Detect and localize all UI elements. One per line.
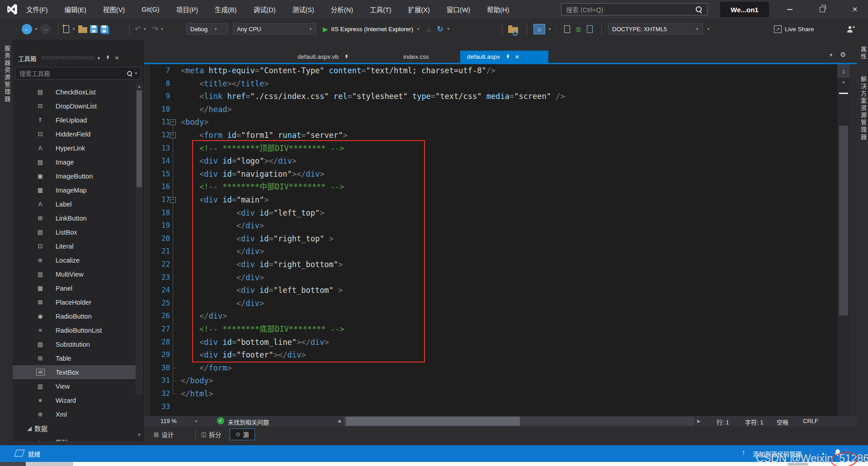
menu-item-0[interactable]: 文件(F) (26, 5, 48, 14)
comment-out-icon[interactable] (587, 25, 593, 33)
undo-button[interactable]: ↶ (135, 24, 141, 34)
toolbox-item-checkboxlist[interactable]: ▤CheckBoxList (13, 85, 136, 99)
close-button[interactable]: ✕ (844, 0, 865, 19)
toolbar-drag-handle[interactable]: ⁞ (15, 27, 17, 32)
menu-item-7[interactable]: 测试(S) (292, 5, 314, 14)
navigate-back-caret-icon[interactable]: ▼ (34, 27, 38, 31)
toolbox-item-radiobutton[interactable]: ◉RadioButton (13, 309, 136, 323)
toolbox-scroll-down-icon[interactable]: ▼ (136, 433, 143, 437)
fold-collapse-icon[interactable]: − (170, 119, 176, 125)
start-debug-button[interactable]: IIS Express (Internet Explorer) (331, 26, 414, 33)
push-up-arrow-icon[interactable]: ↑ (742, 448, 745, 456)
editor-scrollbar-thumb[interactable] (839, 126, 848, 315)
code-line-8[interactable]: 8 <title></title> (144, 77, 837, 90)
editor-settings-gear-icon[interactable]: ⚙ (840, 51, 846, 59)
open-file-button[interactable] (78, 27, 87, 33)
horizontal-scrollbar[interactable] (344, 417, 694, 426)
redo-caret-icon[interactable]: ▼ (160, 27, 164, 31)
document-health-check-icon[interactable]: ✓ (217, 417, 224, 424)
tab-default-aspx-active[interactable]: default.aspx ✕ (460, 51, 548, 63)
tab-pin-icon[interactable] (505, 54, 510, 59)
code-line-11[interactable]: 11−<body> (144, 116, 837, 129)
menu-item-1[interactable]: 编辑(E) (65, 5, 86, 14)
split-view-button[interactable]: ◫ 拆分 (201, 430, 221, 439)
fold-collapse-icon[interactable]: − (170, 132, 176, 138)
editor-splitter-handle[interactable]: ↕ (837, 64, 850, 78)
tab-default-aspx-vb[interactable]: default.aspx.vb (291, 51, 381, 63)
restore-button[interactable] (812, 0, 833, 19)
code-line-30[interactable]: 30 </form> (144, 362, 837, 375)
toolbox-search-input[interactable]: 搜索工具箱 ▼ (15, 67, 141, 80)
toolbox-scrollbar[interactable]: ▲ (136, 83, 143, 395)
toolbox-item-label[interactable]: ALabel (13, 197, 136, 211)
solution-configuration-dropdown[interactable]: Debug▼ (186, 23, 228, 35)
code-line-32[interactable]: 32</html> (144, 387, 837, 400)
tab-pin-icon[interactable] (344, 54, 349, 59)
code-line-9[interactable]: 9 <link href="./css/index.css" rel="styl… (144, 90, 837, 103)
toolbox-item-imagebutton[interactable]: ▣ImageButton (13, 169, 136, 183)
save-all-button[interactable] (100, 25, 108, 33)
undo-caret-icon[interactable]: ▼ (143, 27, 146, 31)
properties-vertical-tab[interactable]: 属性 (859, 46, 868, 61)
new-file-button[interactable]: ✶ (63, 25, 69, 33)
hscroll-left-icon[interactable]: ◀ (337, 419, 341, 424)
toolbox-item-radiobuttonlist[interactable]: ≡RadioButtonList (13, 323, 136, 337)
toolbox-item-hyperlink[interactable]: AHyperLink (13, 141, 136, 155)
menu-item-10[interactable]: 扩展(X) (408, 5, 430, 14)
code-line-7[interactable]: 7<meta http-equiv="Content-Type" content… (144, 64, 837, 77)
toolbox-item-指针[interactable]: ➤指针 (13, 435, 136, 441)
minimize-button[interactable] (779, 0, 800, 19)
source-view-button[interactable]: ⊙ 源 (230, 428, 255, 440)
start-debug-caret-icon[interactable]: ▼ (416, 27, 420, 31)
toolbox-item-view[interactable]: ▥View (13, 379, 136, 393)
menu-item-8[interactable]: 分析(N) (331, 5, 353, 14)
toolbox-item-listbox[interactable]: ▤ListBox (13, 225, 136, 239)
new-file-caret-icon[interactable]: ▼ (72, 27, 75, 31)
tab-index-css[interactable]: index.css (390, 51, 442, 63)
navigate-forward-button[interactable]: → (40, 24, 51, 34)
menu-item-12[interactable]: 帮助(H) (487, 5, 509, 14)
format-document-icon[interactable] (564, 25, 570, 33)
toolbox-item-fileupload[interactable]: ⇑FileUpload (13, 113, 136, 127)
tab-close-icon[interactable]: ✕ (515, 54, 519, 60)
format-lines-icon[interactable]: ≣ (576, 25, 581, 33)
toolbox-item-table[interactable]: ⊞Table (13, 351, 136, 365)
toolbox-item-substitution[interactable]: ▧Substitution (13, 337, 136, 351)
toolbox-item-linkbutton[interactable]: ⊞LinkButton (13, 211, 136, 225)
toolbox-item-image[interactable]: ▨Image (13, 155, 136, 169)
solution-platform-dropdown[interactable]: Any CPU▼ (233, 23, 316, 35)
feedback-person-icon[interactable] (846, 25, 855, 33)
toolbox-item-placeholder[interactable]: ⊠PlaceHolder (13, 295, 136, 309)
toolbox-item-imagemap[interactable]: ▦ImageMap (13, 183, 136, 197)
toolbox-item-hiddenfield[interactable]: ⊡HiddenField (13, 127, 136, 141)
menu-item-6[interactable]: 调试(D) (253, 5, 275, 14)
global-search-input[interactable]: 搜索 (Ctrl+Q) (561, 3, 708, 15)
menu-item-9[interactable]: 工具(T) (370, 5, 392, 14)
caret-char-indicator[interactable]: 字符: 1 (745, 418, 763, 426)
menu-item-5[interactable]: 生成(B) (215, 5, 236, 14)
toolbox-pin-icon[interactable] (104, 55, 113, 61)
toolbox-close-icon[interactable]: ✕ (113, 55, 122, 61)
find-in-files-button[interactable] (508, 27, 518, 33)
save-button[interactable] (90, 25, 98, 33)
toolbox-item-xml[interactable]: ⊕Xml (13, 407, 136, 421)
toolbox-scroll-up-icon[interactable]: ▲ (136, 84, 143, 89)
zoom-caret-icon[interactable]: ▼ (194, 419, 198, 424)
toolbox-item-panel[interactable]: ▦Panel (13, 281, 136, 295)
browse-home-caret-icon[interactable]: ▼ (548, 27, 552, 31)
hot-reload-icon[interactable]: ♨ (426, 25, 432, 33)
space-mode-indicator[interactable]: 空格 (777, 418, 788, 426)
design-view-button[interactable]: ▤ 设计 (154, 430, 174, 439)
toolbar-drag-handle-2[interactable]: ⁞ (554, 27, 556, 32)
doctype-dropdown[interactable]: DOCTYPE: XHTML5▼ (608, 23, 703, 35)
menu-item-3[interactable]: Git(G) (142, 6, 159, 13)
solution-explorer-vertical-tab[interactable]: 解决方案资源管理器 (859, 76, 868, 141)
navigate-back-button[interactable]: ← (22, 24, 32, 34)
toolbox-item-textbox[interactable]: abTextBox (13, 365, 136, 379)
server-explorer-vertical-tab[interactable]: 服务器资源管理器 (3, 45, 11, 103)
toolbox-item-数据[interactable]: ◢数据 (13, 421, 136, 435)
menu-item-2[interactable]: 视图(V) (103, 5, 125, 14)
code-line-33[interactable]: 33 (144, 400, 837, 414)
horizontal-scrollbar-thumb[interactable] (346, 417, 520, 426)
hscroll-right-icon[interactable]: ▶ (697, 419, 701, 424)
